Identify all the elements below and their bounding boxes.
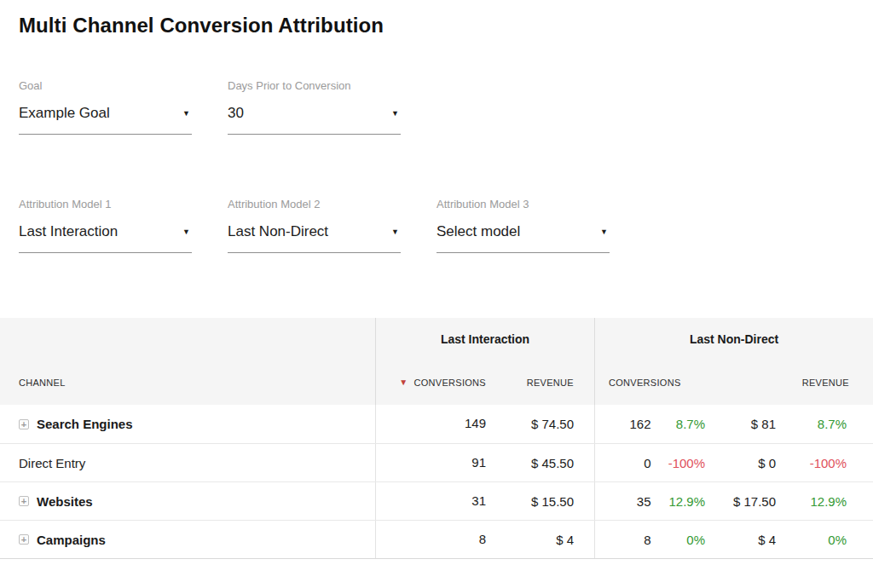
days-prior-select-label: Days Prior to Conversion: [228, 79, 401, 92]
model2-conversions-change: 12.9%: [651, 494, 706, 509]
attribution-model-1-select[interactable]: Attribution Model 1 Last Interaction ▼: [19, 198, 192, 253]
days-prior-select[interactable]: Days Prior to Conversion 30 ▼: [228, 79, 401, 135]
chevron-down-icon: ▼: [182, 228, 192, 236]
channel-cell: Websites: [0, 494, 375, 509]
table-body: Search Engines 149 $ 74.50 162 8.7% $ 81…: [0, 405, 873, 559]
model2-revenue-value: $ 81: [705, 417, 776, 431]
model2-revenue-change: 8.7%: [776, 417, 847, 431]
attribution-model-1-value: Last Interaction: [19, 223, 118, 240]
channel-label: Campaigns: [37, 533, 106, 547]
goal-select[interactable]: Goal Example Goal ▼: [19, 79, 192, 135]
model2-conversions-value: 35: [595, 494, 651, 509]
table-row: Campaigns 8 $ 4 8 0% $ 4 0%: [0, 520, 873, 558]
model2-conversions-change: 0%: [651, 533, 706, 547]
col-header-model1-conversions[interactable]: ▼ CONVERSIONS: [375, 360, 486, 405]
model1-revenue-cell: $ 15.50: [486, 494, 594, 509]
attribution-model-3-value: Select model: [436, 223, 520, 240]
table-row: Websites 31 $ 15.50 35 12.9% $ 17.50 12.…: [0, 481, 873, 520]
attribution-table: Last Interaction Last Non-Direct CHANNEL…: [0, 318, 873, 559]
model2-conversions-cell: 8 0%: [594, 521, 705, 558]
table-column-header-row: CHANNEL ▼ CONVERSIONS REVENUE CONVERSION…: [0, 360, 873, 405]
col-header-channel[interactable]: CHANNEL: [0, 378, 375, 388]
multi-channel-attribution-page: Multi Channel Conversion Attribution Goa…: [0, 0, 873, 559]
model2-conversions-value: 162: [595, 417, 651, 431]
attribution-model-3-select[interactable]: Attribution Model 3 Select model ▼: [436, 198, 610, 253]
attribution-model-2-value: Last Non-Direct: [228, 223, 328, 240]
model1-conversions-cell: 8: [375, 521, 486, 558]
goal-select-value: Example Goal: [19, 105, 110, 122]
model2-revenue-cell: $ 0 -100%: [705, 456, 873, 470]
expand-icon[interactable]: [19, 419, 29, 429]
table-row: Search Engines 149 $ 74.50 162 8.7% $ 81…: [0, 405, 873, 443]
filters-row: Goal Example Goal ▼ Days Prior to Conver…: [19, 79, 873, 135]
model2-revenue-cell: $ 17.50 12.9%: [705, 494, 873, 509]
table-row: Direct Entry 91 $ 45.50 0 -100% $ 0 -100…: [0, 443, 873, 481]
channel-label: Websites: [37, 494, 93, 509]
attribution-model-1-label: Attribution Model 1: [19, 198, 192, 210]
model1-conversions-cell: 31: [375, 482, 486, 520]
model2-conversions-change: -100%: [651, 456, 706, 470]
models-row: Attribution Model 1 Last Interaction ▼ A…: [19, 198, 873, 253]
model1-conversions-cell: 149: [375, 405, 486, 443]
table-header: Last Interaction Last Non-Direct CHANNEL…: [0, 318, 873, 405]
group-header-model2: Last Non-Direct: [594, 318, 873, 360]
channel-label: Direct Entry: [19, 456, 85, 470]
attribution-model-2-select[interactable]: Attribution Model 2 Last Non-Direct ▼: [228, 198, 401, 253]
page-title: Multi Channel Conversion Attribution: [19, 14, 873, 37]
model2-conversions-change: 8.7%: [651, 417, 706, 431]
goal-select-label: Goal: [19, 79, 192, 92]
model2-revenue-change: -100%: [776, 456, 847, 470]
group-header-spacer: [0, 318, 375, 360]
channel-cell: Search Engines: [0, 417, 375, 431]
model2-revenue-change: 0%: [776, 533, 847, 547]
model1-revenue-cell: $ 4: [486, 533, 594, 547]
model2-revenue-value: $ 0: [705, 456, 776, 470]
model1-revenue-cell: $ 74.50: [486, 417, 594, 431]
model2-revenue-cell: $ 81 8.7%: [705, 417, 873, 431]
model2-conversions-value: 8: [595, 533, 651, 547]
chevron-down-icon: ▼: [182, 110, 192, 118]
expand-icon[interactable]: [19, 496, 29, 506]
model2-revenue-change: 12.9%: [776, 494, 847, 509]
attribution-model-2-label: Attribution Model 2: [228, 198, 401, 210]
sort-descending-icon: ▼: [399, 378, 408, 387]
model2-conversions-value: 0: [595, 456, 651, 470]
col-header-model2-conversions[interactable]: CONVERSIONS: [594, 360, 705, 405]
col-header-model1-revenue[interactable]: REVENUE: [486, 378, 594, 388]
expand-icon[interactable]: [19, 534, 29, 545]
group-header-model1: Last Interaction: [375, 318, 594, 360]
model2-conversions-cell: 162 8.7%: [594, 405, 705, 443]
model2-revenue-cell: $ 4 0%: [705, 533, 873, 547]
model1-conversions-cell: 91: [375, 444, 486, 481]
model2-revenue-value: $ 4: [705, 533, 776, 547]
chevron-down-icon: ▼: [391, 110, 401, 118]
attribution-model-3-label: Attribution Model 3: [436, 198, 610, 210]
model2-conversions-cell: 0 -100%: [594, 444, 705, 481]
days-prior-select-value: 30: [228, 105, 244, 122]
model2-conversions-cell: 35 12.9%: [594, 482, 705, 520]
channel-cell: Direct Entry: [0, 456, 375, 470]
col-header-model1-conversions-label: CONVERSIONS: [413, 378, 486, 388]
model1-revenue-cell: $ 45.50: [486, 456, 594, 470]
chevron-down-icon: ▼: [600, 228, 610, 236]
col-header-model2-revenue[interactable]: REVENUE: [705, 378, 873, 388]
channel-cell: Campaigns: [0, 533, 375, 547]
chevron-down-icon: ▼: [391, 228, 401, 236]
table-group-header-row: Last Interaction Last Non-Direct: [0, 318, 873, 360]
channel-label: Search Engines: [37, 417, 133, 431]
model2-revenue-value: $ 17.50: [705, 494, 776, 509]
